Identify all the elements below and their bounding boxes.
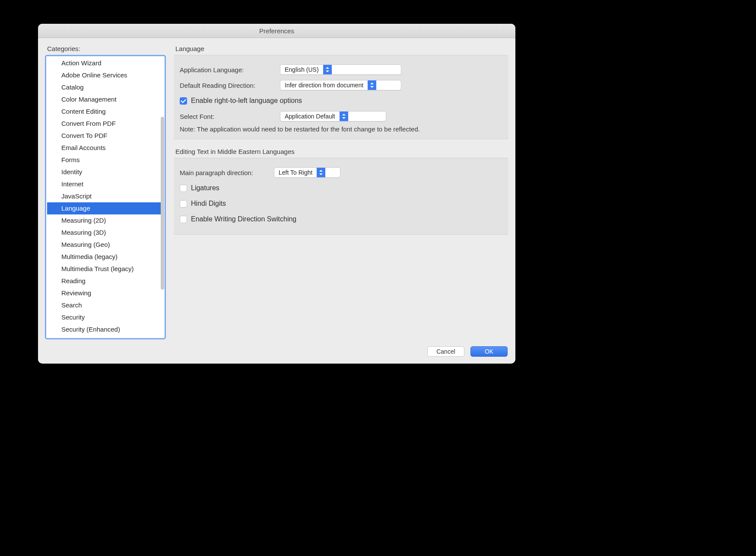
checkbox-hindi-digits[interactable] <box>180 200 187 208</box>
window-title: Preferences <box>259 27 294 35</box>
label-ligatures: Ligatures <box>191 184 219 192</box>
panel-me-editing: Main paragraph direction: Left To Right … <box>174 158 508 235</box>
label-reading-direction: Default Reading Direction: <box>180 82 280 89</box>
label-main-paragraph-direction: Main paragraph direction: <box>180 169 274 176</box>
settings-pane: Language Application Language: English (… <box>174 45 508 339</box>
chevrons-icon <box>368 80 376 90</box>
category-item[interactable]: Identity <box>47 166 164 178</box>
cancel-button-label: Cancel <box>436 348 455 355</box>
category-item[interactable]: Color Management <box>47 93 164 105</box>
scrollbar[interactable] <box>161 117 164 290</box>
category-item[interactable]: Measuring (2D) <box>47 214 164 227</box>
category-item[interactable]: Security <box>47 311 164 323</box>
category-item[interactable]: Convert From PDF <box>47 118 164 130</box>
select-font-value: Application Default <box>280 113 340 120</box>
category-item[interactable]: Language <box>47 202 164 214</box>
category-item[interactable]: Multimedia Trust (legacy) <box>47 263 164 275</box>
cancel-button[interactable]: Cancel <box>427 346 464 357</box>
dialog-content: Categories: Action WizardAdobe Online Se… <box>38 38 515 346</box>
category-item[interactable]: Action Wizard <box>47 57 164 69</box>
select-app-language[interactable]: English (US) <box>280 64 401 75</box>
label-rtl-options: Enable right-to-left language options <box>191 97 302 105</box>
category-item[interactable]: Catalog <box>47 81 164 93</box>
titlebar: Preferences <box>38 24 515 38</box>
category-item[interactable]: Reviewing <box>47 287 164 299</box>
ok-button-label: OK <box>485 348 493 355</box>
label-select-font: Select Font: <box>180 113 280 120</box>
chevrons-icon <box>317 168 325 177</box>
category-item[interactable]: Search <box>47 299 164 311</box>
category-item[interactable]: Multimedia (legacy) <box>47 251 164 263</box>
note-font-restart: Note: The application would need to be r… <box>180 125 502 133</box>
category-item[interactable]: Reading <box>47 275 164 287</box>
label-hindi-digits: Hindi Digits <box>191 200 226 208</box>
select-font[interactable]: Application Default <box>280 111 386 121</box>
category-item[interactable]: Adobe Online Services <box>47 69 164 81</box>
select-main-paragraph-direction[interactable]: Left To Right <box>274 167 340 178</box>
panel-language: Application Language: English (US) Defau… <box>174 55 508 139</box>
label-app-language: Application Language: <box>180 66 280 73</box>
sidebar: Categories: Action WizardAdobe Online Se… <box>45 45 166 339</box>
category-item[interactable]: JavaScript <box>47 190 164 202</box>
label-writing-direction-switching: Enable Writing Direction Switching <box>191 215 296 223</box>
select-reading-direction-value: Infer direction from document <box>280 82 368 89</box>
ok-button[interactable]: OK <box>470 346 508 357</box>
section-title-me-editing: Editing Text in Middle Eastern Languages <box>175 148 508 155</box>
checkbox-ligatures[interactable] <box>180 185 187 192</box>
category-item[interactable]: Forms <box>47 154 164 166</box>
scrollbar-thumb[interactable] <box>161 117 164 290</box>
section-title-language: Language <box>175 45 508 52</box>
category-item[interactable]: Content Editing <box>47 105 164 118</box>
preferences-dialog: Preferences Categories: Action WizardAdo… <box>38 24 515 364</box>
chevrons-icon <box>323 65 332 74</box>
category-item[interactable]: Internet <box>47 178 164 190</box>
chevrons-icon <box>340 112 348 121</box>
select-main-paragraph-direction-value: Left To Right <box>274 169 317 176</box>
sidebar-label: Categories: <box>47 45 166 52</box>
checkbox-rtl-options[interactable] <box>180 97 187 105</box>
category-item[interactable]: Measuring (Geo) <box>47 239 164 251</box>
checkbox-writing-direction-switching[interactable] <box>180 216 187 223</box>
categories-list[interactable]: Action WizardAdobe Online ServicesCatalo… <box>47 57 164 337</box>
select-app-language-value: English (US) <box>280 66 323 73</box>
category-item[interactable]: Measuring (3D) <box>47 227 164 239</box>
categories-list-wrap: Action WizardAdobe Online ServicesCatalo… <box>45 55 166 339</box>
dialog-footer: Cancel OK <box>38 346 515 364</box>
select-reading-direction[interactable]: Infer direction from document <box>280 80 401 90</box>
category-item[interactable]: Security (Enhanced) <box>47 323 164 336</box>
category-item[interactable]: Convert To PDF <box>47 130 164 142</box>
category-item[interactable]: Email Accounts <box>47 142 164 154</box>
